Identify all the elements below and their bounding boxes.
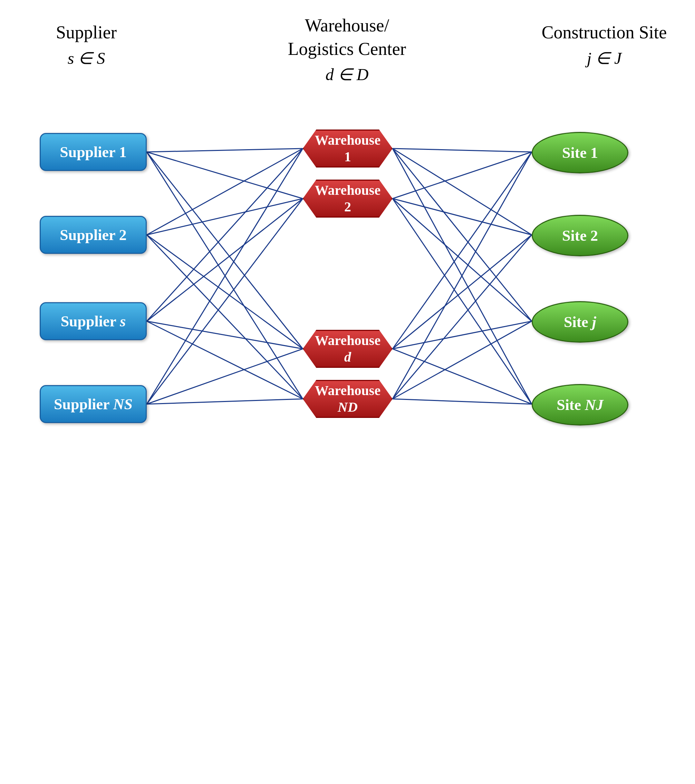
svg-line-11 [147, 321, 303, 399]
svg-line-2 [147, 152, 303, 349]
svg-line-29 [393, 235, 532, 399]
svg-line-27 [393, 349, 532, 404]
svg-line-4 [147, 148, 303, 235]
supplier-s-node: Supplier s [40, 302, 147, 340]
svg-line-21 [393, 199, 532, 235]
warehouse-2-node: Warehouse2 [303, 180, 393, 217]
svg-line-20 [393, 152, 532, 199]
svg-line-9 [147, 199, 303, 321]
site-2-node: Site 2 [532, 215, 628, 256]
svg-line-31 [393, 399, 532, 404]
warehouse-d-node: Warehoused [303, 330, 393, 368]
svg-line-28 [393, 152, 532, 399]
svg-line-19 [393, 148, 532, 404]
svg-line-6 [147, 235, 303, 349]
svg-line-5 [147, 199, 303, 235]
site-1-node: Site 1 [532, 132, 628, 173]
supplier-1-node: Supplier 1 [40, 133, 147, 171]
svg-line-7 [147, 235, 303, 399]
supplier-ns-node: Supplier NS [40, 385, 147, 423]
svg-line-30 [393, 321, 532, 399]
svg-line-18 [393, 148, 532, 321]
supplier-header: Supplier s ∈ S [17, 21, 155, 69]
diagram-container: Supplier s ∈ S Warehouse/Logistics Cente… [0, 0, 695, 784]
svg-line-1 [147, 152, 303, 199]
warehouse-nd-node: WarehouseND [303, 380, 393, 418]
svg-line-16 [393, 148, 532, 152]
svg-line-17 [393, 148, 532, 235]
svg-line-14 [147, 349, 303, 404]
svg-line-24 [393, 152, 532, 349]
svg-line-22 [393, 199, 532, 321]
svg-line-15 [147, 399, 303, 404]
svg-line-8 [147, 148, 303, 321]
svg-line-10 [147, 321, 303, 349]
svg-line-3 [147, 152, 303, 399]
warehouse-header: Warehouse/Logistics Center d ∈ D [262, 14, 432, 86]
site-nj-node: Site NJ [532, 384, 628, 425]
svg-line-12 [147, 148, 303, 404]
svg-line-26 [393, 321, 532, 349]
svg-line-0 [147, 148, 303, 152]
supplier-2-node: Supplier 2 [40, 216, 147, 254]
site-header: Construction Site j ∈ J [528, 21, 680, 69]
svg-line-13 [147, 199, 303, 404]
svg-line-23 [393, 199, 532, 404]
warehouse-1-node: Warehouse1 [303, 130, 393, 168]
svg-line-25 [393, 235, 532, 349]
site-j-node: Site j [532, 301, 628, 343]
